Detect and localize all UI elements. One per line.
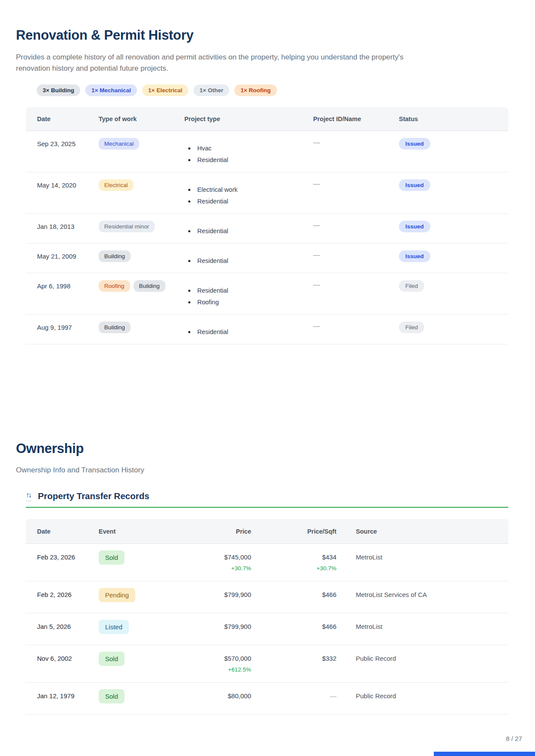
permit-project-id: — xyxy=(313,273,399,314)
transfer-date: Jan 5, 2026 xyxy=(26,613,99,645)
transfer-price: $799,900 xyxy=(177,591,251,598)
project-type-item: Residential xyxy=(184,326,313,338)
transfer-price-sqft-cell: $466 xyxy=(251,581,336,613)
sort-arrows-icon: ↑↓ xyxy=(26,491,32,501)
permit-header-date: Date xyxy=(26,116,99,122)
work-type-cell: Residential minor xyxy=(99,214,184,243)
transfer-price-sqft-cell: $434 +30.7% xyxy=(251,544,336,581)
permit-header-project-type: Project type xyxy=(184,116,313,122)
permit-status-chip: Issued xyxy=(399,250,430,262)
transfer-header-price-sqft: Price/Sqft xyxy=(251,528,336,535)
transfer-source: MetroList Services of CA xyxy=(336,581,508,613)
transfer-price-sqft-cell: — xyxy=(251,683,336,714)
permit-status-chip: Issued xyxy=(399,179,430,191)
transfer-price-sqft: $466 xyxy=(251,623,336,630)
project-type-list: Residential xyxy=(184,255,313,267)
work-type-chip: Building xyxy=(99,250,131,262)
project-type-item: Residential xyxy=(184,154,313,166)
project-type-cell: Residential xyxy=(184,214,313,243)
project-type-item: Residential xyxy=(184,196,313,207)
project-type-list: Residential xyxy=(184,326,313,338)
permit-status-cell: Filed xyxy=(399,273,508,314)
permit-status-cell: Issued xyxy=(399,131,508,172)
permit-table: Date Type of work Project type Project I… xyxy=(26,107,508,344)
permit-table-row: Aug 9, 1997 Building Residential — Filed xyxy=(26,314,508,344)
transfer-header-event: Event xyxy=(99,528,177,535)
transfer-price: $570,000 xyxy=(177,655,251,662)
permit-table-row: Jan 18, 2013 Residential minor Residenti… xyxy=(26,213,508,243)
transfer-price: $80,000 xyxy=(177,692,251,700)
project-type-cell: Residential xyxy=(184,315,313,344)
work-type-cell: RoofingBuilding xyxy=(99,273,184,314)
permit-date: May 14, 2020 xyxy=(26,172,99,213)
project-type-cell: Residential xyxy=(184,244,313,273)
project-type-item: Residential xyxy=(184,285,313,297)
transfer-event-cell: Pending xyxy=(99,581,177,613)
project-type-cell: Electrical workResidential xyxy=(184,172,313,213)
summary-chip: 1× Other xyxy=(193,84,229,96)
renovation-section-title: Renovation & Permit History xyxy=(16,28,535,43)
project-type-item: Electrical work xyxy=(184,184,313,196)
transfer-price-sqft: $332 xyxy=(251,655,336,662)
transfer-price-cell: $799,900 xyxy=(177,613,251,645)
permit-header-type-of-work: Type of work xyxy=(99,116,184,122)
page-content: Renovation & Permit History Provides a c… xyxy=(0,0,535,715)
transfer-heading-underline xyxy=(26,507,508,508)
work-type-chip: Residential minor xyxy=(99,221,155,232)
permit-status-cell: Issued xyxy=(399,244,508,273)
work-type-cell: Building xyxy=(99,315,184,344)
permit-project-id: — xyxy=(313,244,399,273)
permit-status-cell: Filed xyxy=(399,315,508,344)
transfer-records-heading: ↑↓ Property Transfer Records xyxy=(26,491,535,501)
transfer-event-chip: Listed xyxy=(99,620,129,634)
transfer-date: Nov 6, 2002 xyxy=(26,645,99,682)
transfer-event-cell: Listed xyxy=(99,613,177,645)
transfer-event-chip: Sold xyxy=(99,689,124,703)
transfer-source: MetroList xyxy=(336,544,508,581)
transfer-event-chip: Pending xyxy=(99,588,135,602)
permit-table-body: Sep 23, 2025 Mechanical HvacResidential … xyxy=(26,131,508,344)
permit-project-id: — xyxy=(313,131,399,172)
transfer-header-price: Price xyxy=(177,528,251,535)
summary-chip: 1× Roofing xyxy=(234,84,277,96)
transfer-event-chip: Sold xyxy=(99,652,124,666)
permit-date: Aug 9, 1997 xyxy=(26,315,99,344)
permit-status-cell: Issued xyxy=(399,214,508,243)
permit-header-status: Status xyxy=(399,116,508,122)
permit-status-chip: Filed xyxy=(399,280,424,292)
work-type-cell: Mechanical xyxy=(99,131,184,172)
summary-chip: 1× Electrical xyxy=(142,84,188,96)
ownership-section: Ownership Ownership Info and Transaction… xyxy=(16,441,535,715)
work-type-chip: Building xyxy=(99,322,131,333)
transfer-table-row: Jan 5, 2026 Listed $799,900 $466 MetroLi… xyxy=(26,613,508,645)
project-type-list: Electrical workResidential xyxy=(184,184,313,207)
summary-chip: 1× Mechanical xyxy=(85,84,137,96)
transfer-price: $799,900 xyxy=(177,623,251,630)
transfer-date: Feb 2, 2026 xyxy=(26,581,99,613)
transfer-table-row: Feb 2, 2026 Pending $799,900 $466 MetroL… xyxy=(26,581,508,613)
transfer-table-row: Jan 12, 1979 Sold $80,000 — Public Recor… xyxy=(26,682,508,714)
work-type-chip: Mechanical xyxy=(99,138,139,150)
transfer-date: Feb 23, 2026 xyxy=(26,544,99,581)
transfer-price-sqft-cell: $466 xyxy=(251,613,336,645)
page-number: 8 / 27 xyxy=(506,735,522,742)
work-type-chip: Roofing xyxy=(99,280,130,292)
work-type-chip: Building xyxy=(134,280,165,292)
price-change: +612.5% xyxy=(177,666,251,673)
permit-project-id: — xyxy=(313,172,399,213)
renovation-section-description: Provides a complete history of all renov… xyxy=(16,52,438,74)
transfer-source: Public Record xyxy=(336,683,508,714)
transfer-table-row: Nov 6, 2002 Sold $570,000 +612.5% $332 P… xyxy=(26,645,508,682)
project-type-list: ResidentialRoofing xyxy=(184,285,313,308)
project-type-item: Hvac xyxy=(184,143,313,154)
transfer-event-cell: Sold xyxy=(99,683,177,714)
permit-date: Sep 23, 2025 xyxy=(26,131,99,172)
transfer-price-cell: $570,000 +612.5% xyxy=(177,645,251,682)
transfer-table-body: Feb 23, 2026 Sold $745,000 +30.7% $434 +… xyxy=(26,544,508,714)
project-type-list: Residential xyxy=(184,225,313,237)
permit-summary-chips: 3× Building1× Mechanical1× Electrical1× … xyxy=(37,84,535,96)
price-sqft-change: +30.7% xyxy=(251,565,336,572)
permit-project-id: — xyxy=(313,315,399,344)
report-page: Renovation & Permit History Provides a c… xyxy=(0,0,535,756)
work-type-chip: Electrical xyxy=(99,179,134,191)
